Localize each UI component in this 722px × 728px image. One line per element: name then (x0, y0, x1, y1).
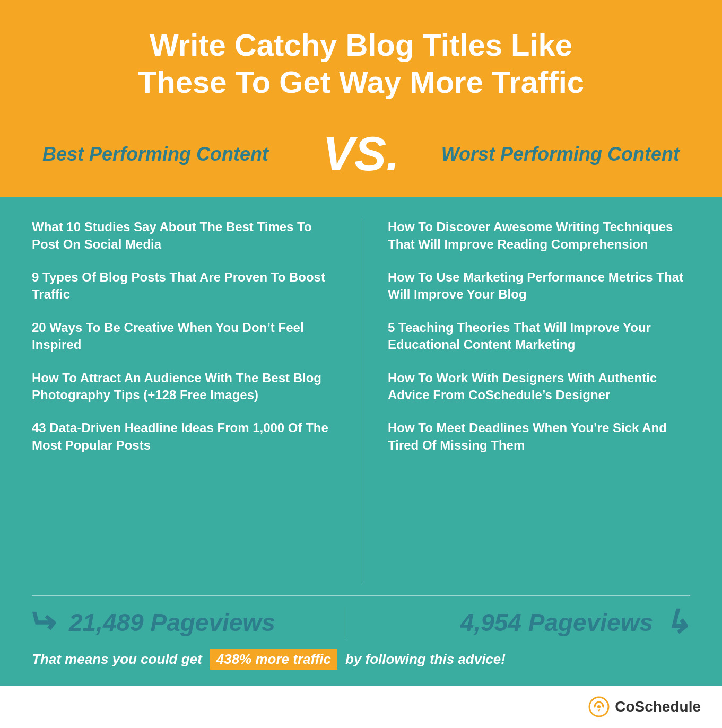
list-item: 20 Ways To Be Creative When You Don’t Fe… (32, 319, 334, 354)
brand-name: CoSchedule (615, 698, 701, 715)
page-title: Write Catchy Blog Titles Like These To G… (42, 27, 680, 100)
best-performing-label: Best Performing Content (42, 143, 307, 165)
list-item: How To Meet Deadlines When You’re Sick A… (388, 419, 690, 454)
list-item: What 10 Studies Say About The Best Times… (32, 218, 334, 253)
tagline-before: That means you could get (32, 651, 202, 668)
main-section: What 10 Studies Say About The Best Times… (0, 197, 722, 686)
right-pageviews: 4,954 Pageviews (460, 608, 653, 637)
left-column: What 10 Studies Say About The Best Times… (32, 218, 361, 585)
page-wrapper: Write Catchy Blog Titles Like These To G… (0, 0, 722, 728)
tagline-after: by following this advice! (345, 651, 506, 668)
worst-performing-label: Worst Performing Content (415, 143, 680, 165)
pageviews-left: ↵ 21,489 Pageviews (32, 607, 345, 638)
coschedule-icon (588, 696, 610, 717)
arrow-left-icon: ↵ (32, 607, 58, 638)
pageviews-section: ↵ 21,489 Pageviews 4,954 Pageviews ↳ (0, 596, 722, 644)
vs-text: VS. (307, 127, 415, 181)
left-pageviews: 21,489 Pageviews (69, 608, 275, 637)
svg-point-1 (597, 705, 601, 708)
brand-logo: CoSchedule (588, 696, 701, 717)
arrow-right-icon: ↳ (664, 607, 690, 638)
right-column: How To Discover Awesome Writing Techniqu… (361, 218, 690, 585)
content-columns: What 10 Studies Say About The Best Times… (0, 197, 722, 595)
list-item: How To Discover Awesome Writing Techniqu… (388, 218, 690, 253)
list-item: 9 Types Of Blog Posts That Are Proven To… (32, 269, 334, 303)
list-item: 5 Teaching Theories That Will Improve Yo… (388, 319, 690, 354)
list-item: How To Work With Designers With Authenti… (388, 370, 690, 404)
list-item: How To Attract An Audience With The Best… (32, 370, 334, 404)
branding-section: CoSchedule (0, 686, 722, 728)
vs-section: Best Performing Content VS. Worst Perfor… (0, 121, 722, 197)
tagline-section: That means you could get 438% more traff… (0, 644, 722, 686)
header-section: Write Catchy Blog Titles Like These To G… (0, 0, 722, 121)
tagline-highlight: 438% more traffic (210, 649, 337, 670)
list-item: 43 Data-Driven Headline Ideas From 1,000… (32, 419, 334, 454)
pageviews-right: 4,954 Pageviews ↳ (345, 607, 690, 638)
list-item: How To Use Marketing Performance Metrics… (388, 269, 690, 303)
